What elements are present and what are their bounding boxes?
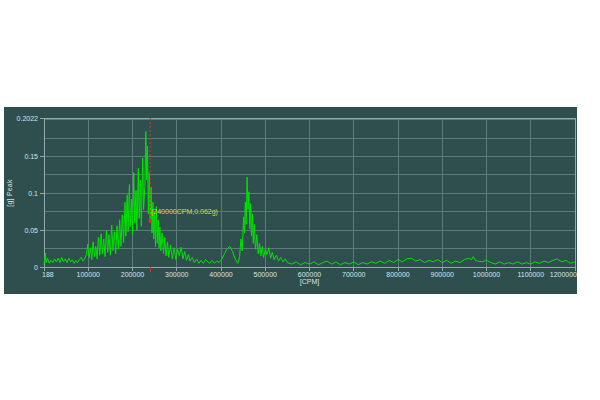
- x-tick-label: 900000: [431, 271, 454, 278]
- x-tick-label: 1200000: [550, 271, 577, 278]
- x-tick-label: 300000: [165, 271, 188, 278]
- cursor-annotation: (240000CPM,0.062g): [151, 208, 218, 215]
- y-tick-label: 0.15: [24, 153, 38, 160]
- x-tick-label: 1100000: [517, 271, 544, 278]
- x-tick-label: 400000: [209, 271, 232, 278]
- spectrum-plot[interactable]: 0.20220.150.10.0501881000002000003000004…: [4, 107, 577, 294]
- x-tick-label: 600000: [298, 271, 321, 278]
- x-tick-label: 200000: [121, 271, 144, 278]
- y-tick-label: 0.05: [24, 227, 38, 234]
- x-tick-label: 1000000: [473, 271, 500, 278]
- x-axis-title: [CPM]: [44, 278, 575, 285]
- spectrum-chart-panel: 0.20220.150.10.0501881000002000003000004…: [4, 107, 577, 294]
- x-tick-label: 800000: [386, 271, 409, 278]
- y-tick-label: 0.1: [28, 190, 38, 197]
- x-tick-label: 100000: [77, 271, 100, 278]
- y-tick-label: 0.2022: [17, 115, 39, 122]
- x-tick-label: 500000: [254, 271, 277, 278]
- y-axis-title: [g] Peak: [6, 179, 13, 206]
- x-tick-label: 188: [42, 271, 54, 278]
- cursor-marker[interactable]: [149, 220, 152, 223]
- x-tick-label: 700000: [342, 271, 365, 278]
- y-tick-label: 0: [34, 264, 38, 271]
